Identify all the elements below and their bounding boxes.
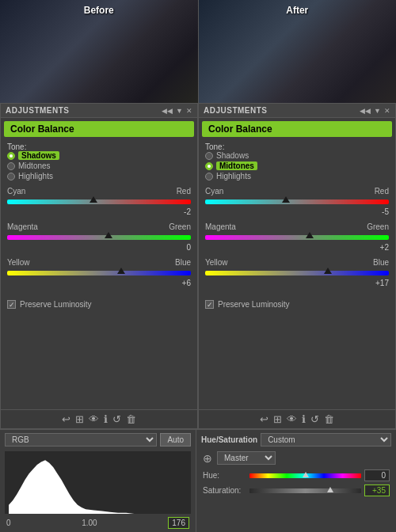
right-yellow-blue-value-row: +17 [205, 279, 389, 287]
hue-value[interactable]: 0 [364, 469, 390, 481]
right-cyan-red-thumb [282, 196, 290, 203]
right-magenta-green-value: +2 [380, 243, 389, 252]
left-tone-highlights[interactable]: Highlights [7, 172, 191, 180]
right-yellow-blue-track [205, 271, 389, 276]
left-magenta-green-labels: Magenta Green [7, 222, 191, 231]
left-yellow-blue-track [7, 271, 191, 276]
left-highlights-radio[interactable] [7, 173, 15, 180]
saturation-slider-track[interactable] [249, 488, 361, 493]
right-tone-midtones[interactable]: Midtones [205, 162, 389, 170]
right-magenta-green-thumb [306, 232, 314, 238]
huesat-preset-select[interactable]: Custom Default [261, 433, 391, 446]
right-midtones-label: Midtones [216, 162, 257, 170]
right-info-icon[interactable]: ℹ [302, 413, 306, 425]
right-cyan-label: Cyan [205, 187, 223, 196]
hue-row: Hue: 0 [203, 469, 390, 481]
left-tone-shadows[interactable]: Shadows [7, 151, 191, 160]
right-panel-title: ADJUSTMENTS [204, 106, 268, 115]
left-cyan-red-labels: Cyan Red [7, 187, 191, 196]
left-red-label: Red [177, 187, 191, 196]
right-green-label: Green [367, 222, 389, 231]
left-preserve-checkbox[interactable] [7, 300, 16, 309]
left-yellow-blue-row: Yellow Blue +6 [7, 258, 191, 287]
right-panel-collapse-icon[interactable]: ◀◀ [360, 107, 371, 115]
left-adjustment-icon[interactable]: ⊞ [75, 413, 84, 425]
left-info-icon[interactable]: ℹ [104, 413, 108, 425]
left-panel-collapse-icon[interactable]: ◀◀ [162, 107, 173, 115]
left-magenta-green-value: 0 [186, 243, 191, 252]
left-cyan-red-value: -2 [184, 207, 191, 216]
right-cyan-red-slider[interactable] [205, 197, 389, 207]
right-red-label: Red [375, 187, 389, 196]
right-magenta-green-track [205, 235, 389, 240]
left-panel-titlebar: ADJUSTMENTS ◀◀ ▼ ✕ [1, 104, 197, 118]
master-select[interactable]: Master Reds Yellows Greens Cyans Blues M… [217, 451, 276, 465]
left-magenta-green-thumb [105, 232, 112, 238]
left-magenta-green-row: Magenta Green 0 [7, 222, 191, 252]
left-cyan-red-thumb [89, 196, 97, 203]
right-cyan-red-labels: Cyan Red [205, 187, 389, 196]
right-eye-icon[interactable]: 👁 [287, 413, 297, 425]
right-sliders-section: Cyan Red -5 Magenta Green [199, 184, 395, 297]
right-blue-label: Blue [373, 258, 389, 267]
left-undo-icon[interactable]: ↩ [62, 413, 70, 425]
left-panel-menu-icon[interactable]: ▼ [176, 107, 183, 115]
left-tone-radio-group: Shadows Midtones Highlights [7, 151, 191, 180]
left-shadows-radio[interactable] [7, 152, 15, 160]
right-magenta-green-labels: Magenta Green [205, 222, 389, 231]
left-panel-title-icons: ◀◀ ▼ ✕ [162, 107, 192, 115]
right-undo-icon[interactable]: ↩ [260, 413, 268, 425]
right-refresh-icon[interactable]: ↺ [310, 413, 319, 425]
right-magenta-green-value-row: +2 [205, 243, 389, 252]
left-yellow-blue-value-row: +6 [7, 279, 191, 287]
left-cyan-red-row: Cyan Red -2 [7, 187, 191, 216]
histogram-footer: 0 1.00 176 [0, 515, 196, 532]
right-adjustments-panel: ADJUSTMENTS ◀◀ ▼ ✕ Color Balance Tone: S… [198, 103, 396, 429]
hue-tool-row: ⊕ Master Reds Yellows Greens Cyans Blues… [203, 451, 390, 465]
right-preserve-checkbox[interactable] [205, 300, 214, 309]
right-color-balance-header: Color Balance [202, 121, 392, 137]
right-adjustment-icon[interactable]: ⊞ [273, 413, 282, 425]
right-yellow-blue-labels: Yellow Blue [205, 258, 389, 267]
left-tone-midtones[interactable]: Midtones [7, 162, 191, 170]
left-delete-icon[interactable]: 🗑 [126, 413, 136, 425]
histogram-svg [5, 451, 191, 514]
left-preserve-row: Preserve Luminosity [1, 297, 197, 312]
hue-thumb [303, 472, 309, 477]
left-refresh-icon[interactable]: ↺ [112, 413, 121, 425]
left-midtones-radio[interactable] [7, 162, 15, 170]
histogram-mid: 1.00 [82, 519, 97, 527]
left-cyan-red-slider[interactable] [7, 197, 191, 207]
left-eye-icon[interactable]: 👁 [89, 413, 99, 425]
left-magenta-green-value-row: 0 [7, 243, 191, 252]
auto-button[interactable]: Auto [160, 433, 191, 446]
right-tone-section: Tone: Shadows Midtones Highlights [199, 139, 395, 184]
right-shadows-radio[interactable] [205, 152, 213, 160]
left-magenta-green-slider[interactable] [7, 233, 191, 242]
left-green-label: Green [169, 222, 191, 231]
right-highlights-radio[interactable] [205, 173, 213, 180]
right-tone-shadows[interactable]: Shadows [205, 151, 389, 160]
right-panel-menu-icon[interactable]: ▼ [374, 107, 381, 115]
right-delete-icon[interactable]: 🗑 [324, 413, 334, 425]
right-magenta-label: Magenta [205, 222, 236, 231]
right-panel-close-icon[interactable]: ✕ [384, 107, 390, 115]
right-tone-radio-group: Shadows Midtones Highlights [205, 151, 389, 180]
right-midtones-radio[interactable] [205, 162, 213, 170]
right-shadows-label: Shadows [216, 151, 249, 160]
right-tone-highlights[interactable]: Highlights [205, 172, 389, 180]
left-yellow-blue-slider[interactable] [7, 268, 191, 278]
left-panel-close-icon[interactable]: ✕ [186, 107, 192, 115]
channel-select[interactable]: RGB Red Green Blue [5, 433, 157, 446]
saturation-value[interactable]: +35 [364, 484, 390, 496]
huesat-header: Hue/Saturation Custom Default [196, 430, 396, 450]
right-cyan-red-value-row: -5 [205, 207, 389, 216]
left-yellow-blue-labels: Yellow Blue [7, 258, 191, 267]
right-magenta-green-slider[interactable] [205, 233, 389, 242]
hue-eyedropper-icon[interactable]: ⊕ [203, 452, 212, 465]
right-yellow-blue-slider[interactable] [205, 268, 389, 278]
hue-slider-track[interactable] [249, 473, 361, 478]
left-magenta-green-track [7, 235, 191, 240]
right-yellow-blue-thumb [324, 268, 332, 274]
left-yellow-blue-value: +6 [182, 279, 191, 287]
